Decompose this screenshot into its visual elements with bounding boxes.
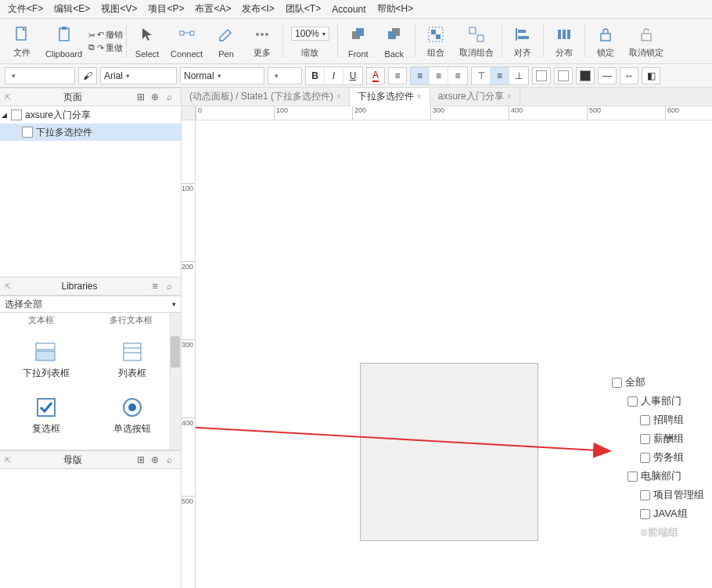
tool-cut[interactable]: ✂ (88, 30, 95, 41)
tool-zoom[interactable]: 100%▾ 缩放 (286, 22, 334, 60)
menu-view[interactable]: 视图<V> (101, 2, 137, 16)
align-left[interactable]: ≡ (411, 67, 430, 84)
tool-ungroup[interactable]: 取消组合 (455, 22, 498, 60)
tree-child[interactable]: 下拉多选控件 (0, 124, 181, 141)
tool-unlock[interactable]: 取消锁定 (624, 22, 668, 60)
svg-rect-31 (38, 399, 55, 416)
tab-axsure-intro[interactable]: axsure入门分享× (430, 88, 520, 106)
fill-swatch (536, 70, 547, 81)
checkbox-all[interactable] (612, 378, 622, 388)
border-color[interactable] (576, 67, 595, 84)
menu-project[interactable]: 项目<P> (148, 2, 184, 16)
underline-button[interactable]: U (343, 67, 362, 84)
svg-rect-22 (563, 30, 566, 39)
tool-align[interactable]: 对齐 (505, 22, 540, 60)
document-tabs: (动态面板) / State1 (下拉多选控件)× 下拉多选控件× axsure… (182, 88, 712, 106)
lib-textfield-label: 文本框 (28, 314, 54, 326)
tool-redo[interactable]: ↷重做 (97, 42, 123, 54)
tool-front[interactable]: Front (341, 22, 376, 60)
tool-connect[interactable]: Connect (166, 22, 207, 60)
radio-icon (120, 396, 144, 419)
checkbox-labor[interactable] (640, 453, 650, 463)
tool-lock[interactable]: 锁定 (588, 22, 623, 60)
menu-file[interactable]: 文件<F> (8, 2, 43, 16)
arrow-style[interactable]: ↔ (620, 67, 638, 84)
tree-root[interactable]: ◢ axsure入门分享 (0, 106, 181, 124)
listbox-icon (120, 340, 144, 364)
tool-more[interactable]: 更多 (245, 22, 279, 60)
close-icon[interactable]: × (336, 92, 341, 101)
checkbox-hr[interactable] (627, 396, 638, 407)
lib-checkbox[interactable]: 复选框 (3, 388, 89, 443)
valign-bot[interactable]: ⊥ (509, 67, 528, 84)
tool-select[interactable]: Select (130, 22, 164, 60)
lib-listbox[interactable]: 列表框 (89, 332, 175, 388)
tab-state1[interactable]: (动态面板) / State1 (下拉多选控件)× (182, 88, 350, 106)
checkbox-java[interactable] (640, 509, 650, 519)
menu-account[interactable]: Account (332, 4, 365, 15)
style-preset[interactable] (5, 67, 75, 84)
valign-mid[interactable]: ≡ (491, 67, 509, 84)
tool-group[interactable]: 组合 (419, 22, 453, 60)
menu-arrange[interactable]: 布置<A> (195, 2, 231, 16)
lib-scrollbar[interactable] (170, 313, 181, 450)
menu-team[interactable]: 团队<T> (286, 2, 321, 16)
tree-root-label: axsure入门分享 (25, 109, 91, 122)
search-icon[interactable]: ⌕ (162, 91, 176, 102)
pin-icon[interactable]: ⇱ (5, 93, 11, 102)
align-right[interactable]: ≡ (448, 67, 467, 84)
search-icon[interactable]: ⌕ (162, 454, 176, 465)
add-page-icon[interactable]: ⊕ (148, 91, 162, 102)
design-canvas[interactable]: 全部 人事部门 招聘组 薪酬组 劳务组 电脑部门 项目管理组 JAVA组 ⊙前端… (196, 120, 712, 588)
svg-rect-3 (180, 31, 184, 35)
menu-edit[interactable]: 编辑<E> (54, 2, 90, 16)
font-size[interactable] (268, 67, 302, 84)
tool-back[interactable]: Back (377, 22, 412, 60)
tool-undo[interactable]: ↶撤销 (97, 29, 123, 41)
lib-radio[interactable]: 单选按钮 (89, 388, 175, 443)
close-icon[interactable]: × (417, 92, 422, 101)
pin-icon[interactable]: ⇱ (5, 456, 11, 464)
align-center[interactable]: ≡ (430, 67, 448, 84)
add-master-icon[interactable]: ⊕ (148, 454, 162, 465)
bullet-list[interactable]: ≡ (388, 67, 407, 84)
italic-button[interactable]: I (325, 67, 343, 84)
tool-copy[interactable]: ⧉ (88, 42, 95, 52)
paint-format[interactable]: 🖌 (78, 67, 97, 84)
font-style-select[interactable]: Normal (180, 67, 264, 84)
text-color[interactable]: A (366, 67, 385, 84)
bold-button[interactable]: B (306, 67, 325, 84)
pin-icon[interactable]: ⇱ (5, 282, 11, 291)
shadow-btn[interactable]: ◧ (642, 67, 660, 84)
tool-file[interactable]: 文件 (5, 22, 39, 60)
menu-help[interactable]: 帮助<H> (377, 2, 414, 16)
checkbox-it[interactable] (627, 471, 638, 482)
libraries-title: Libraries (11, 281, 148, 292)
library-selector[interactable]: 选择全部 (0, 296, 181, 313)
add-folder-icon[interactable]: ⊞ (134, 454, 148, 465)
font-select[interactable]: Arial (100, 67, 177, 84)
lib-menu-icon[interactable]: ≡ (148, 281, 162, 292)
tool-pen[interactable]: Pen (209, 22, 243, 60)
svg-rect-27 (36, 351, 55, 360)
clipboard-label: Clipboard (45, 49, 82, 59)
lib-dropdown-list[interactable]: 下拉列表框 (3, 332, 89, 388)
close-icon[interactable]: × (507, 92, 512, 101)
zoom-input[interactable]: 100%▾ (291, 27, 329, 41)
checkbox-pm[interactable] (640, 490, 650, 500)
connect-icon (176, 23, 198, 45)
valign-top[interactable]: ⊤ (472, 67, 491, 84)
rectangle-shape[interactable] (360, 363, 538, 541)
checkbox-salary[interactable] (640, 434, 650, 444)
border-btn[interactable] (554, 67, 573, 84)
checkbox-recruit[interactable] (640, 415, 650, 425)
tab-dropdown-widget[interactable]: 下拉多选控件× (350, 88, 430, 106)
add-folder-icon[interactable]: ⊞ (134, 91, 148, 102)
collapse-icon[interactable]: ◢ (2, 111, 11, 119)
search-icon[interactable]: ⌕ (162, 281, 176, 292)
tool-distribute[interactable]: 分布 (547, 22, 581, 60)
menu-publish[interactable]: 发布<I> (242, 2, 274, 16)
tool-clipboard[interactable]: Clipboard (41, 22, 87, 60)
fill-color[interactable] (532, 67, 551, 84)
line-style[interactable]: — (598, 67, 617, 84)
